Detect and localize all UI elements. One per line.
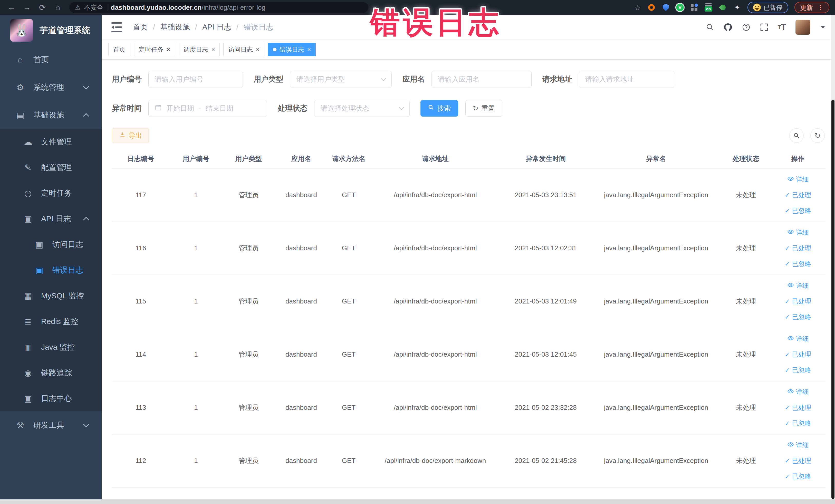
- detail-link[interactable]: 详细: [787, 175, 809, 184]
- tab-访问日志[interactable]: 访问日志×: [223, 43, 264, 56]
- extension-donut-icon[interactable]: [647, 3, 656, 12]
- sidebar-item-redis-monitor[interactable]: ≣Redis 监控: [0, 309, 102, 334]
- ignored-link[interactable]: ✓已忽略: [785, 419, 811, 427]
- refresh-table-button[interactable]: ↻: [810, 128, 825, 143]
- request-url-input[interactable]: [579, 71, 674, 88]
- sidebar-item-access-log[interactable]: ▣访问日志: [0, 231, 102, 257]
- tab-close-icon[interactable]: ×: [307, 46, 311, 53]
- extensions-puzzle-icon[interactable]: ✦: [733, 3, 741, 12]
- page-content: 用户编号 用户类型 请选择用户类型 应用名 请求地址: [102, 60, 835, 499]
- sidebar-collapse-icon[interactable]: [111, 22, 122, 32]
- app-logo: 🐰: [10, 19, 33, 42]
- fullscreen-icon[interactable]: [760, 23, 769, 32]
- toggle-search-button[interactable]: [789, 128, 804, 143]
- detail-link[interactable]: 详细: [787, 335, 809, 343]
- gear-icon: ⚙: [15, 82, 26, 93]
- tab-调度日志[interactable]: 调度日志×: [179, 43, 220, 56]
- sidebar-item-config-management[interactable]: ✎配置管理: [0, 155, 102, 180]
- sidebar-item-api-log[interactable]: ▣API 日志: [0, 206, 102, 231]
- browser-home-icon[interactable]: ⌂: [52, 2, 64, 13]
- update-button[interactable]: 更新⋮: [794, 2, 829, 13]
- ignored-link[interactable]: ✓已忽略: [785, 260, 811, 268]
- cell-exception: java.lang.IllegalArgumentException: [591, 222, 721, 275]
- cell-app: dashboard: [275, 275, 328, 328]
- cell-time: 2021-05-03 12:02:31: [501, 222, 591, 275]
- browser-reload-icon[interactable]: ⟳: [37, 2, 48, 13]
- sidebar-item-error-log[interactable]: ▣错误日志: [0, 257, 102, 283]
- search-button[interactable]: 搜索: [421, 100, 458, 117]
- sidebar-item-mysql-monitor[interactable]: ▦MySQL 监控: [0, 283, 102, 309]
- filter-label: 应用名: [403, 74, 425, 84]
- check-icon: ✓: [785, 473, 790, 480]
- detail-link[interactable]: 详细: [787, 441, 809, 449]
- extension-grid-icon[interactable]: [690, 3, 698, 12]
- process-status-select[interactable]: 请选择处理状态: [314, 100, 410, 117]
- ignored-link[interactable]: ✓已忽略: [785, 313, 811, 321]
- sidebar-item-home[interactable]: ⌂首页: [0, 46, 102, 74]
- app-title: 芋道管理系统: [40, 25, 90, 36]
- processed-link[interactable]: ✓已处理: [785, 244, 811, 253]
- github-icon[interactable]: [724, 23, 733, 32]
- cell-user_id: 1: [170, 434, 222, 487]
- processed-link[interactable]: ✓已处理: [785, 350, 811, 359]
- sidebar-item-dev-tools[interactable]: ⚒研发工具: [0, 411, 102, 439]
- date-range-input[interactable]: 开始日期 - 结束日期: [148, 100, 267, 117]
- breadcrumb-item[interactable]: 基础设施: [160, 22, 190, 32]
- extension-leaf-icon[interactable]: [719, 3, 727, 12]
- browser-back-icon[interactable]: ←: [6, 2, 18, 13]
- app-name-input[interactable]: [431, 71, 532, 88]
- sidebar-item-infrastructure[interactable]: ▤基础设施: [0, 101, 102, 129]
- font-size-icon[interactable]: TT: [778, 22, 786, 32]
- detail-link[interactable]: 详细: [787, 281, 809, 290]
- sidebar-item-java-monitor[interactable]: ▥Java 监控: [0, 334, 102, 360]
- tab-首页[interactable]: 首页: [108, 43, 130, 56]
- processed-link[interactable]: ✓已处理: [785, 297, 811, 305]
- detail-link[interactable]: 详细: [787, 228, 809, 237]
- breadcrumb-item[interactable]: 首页: [133, 22, 148, 32]
- bookmark-star-icon[interactable]: ☆: [634, 3, 641, 12]
- sidebar-item-label: 链路追踪: [41, 368, 72, 378]
- tab-close-icon[interactable]: ×: [256, 46, 260, 53]
- sidebar-item-trace[interactable]: ◉链路追踪: [0, 360, 102, 386]
- detail-link[interactable]: 详细: [787, 388, 809, 396]
- processed-link[interactable]: ✓已处理: [785, 191, 811, 199]
- extension-v-icon[interactable]: V: [676, 4, 684, 11]
- sidebar-item-file-management[interactable]: ☁文件管理: [0, 129, 102, 155]
- extension-shield-icon[interactable]: [662, 3, 670, 12]
- tab-close-icon[interactable]: ×: [211, 46, 215, 53]
- sidebar-submenu: ☁文件管理✎配置管理◷定时任务▣API 日志▣访问日志▣错误日志▦MySQL 监…: [0, 129, 102, 411]
- ignored-link[interactable]: ✓已忽略: [785, 206, 811, 215]
- tab-close-icon[interactable]: ×: [167, 46, 170, 53]
- sidebar-item-scheduled-tasks[interactable]: ◷定时任务: [0, 180, 102, 206]
- breadcrumb-item[interactable]: API 日志: [202, 22, 231, 32]
- export-button[interactable]: 导出: [112, 128, 149, 143]
- scrollbar-thumb[interactable]: [831, 100, 834, 499]
- extension-on-icon[interactable]: on: [704, 3, 713, 12]
- row-actions: 详细✓已处理✓已忽略: [772, 441, 824, 481]
- ignored-link[interactable]: ✓已忽略: [785, 366, 811, 374]
- cell-method: GET: [328, 328, 370, 381]
- tab-定时任务[interactable]: 定时任务×: [134, 43, 175, 56]
- browser-forward-icon[interactable]: →: [21, 2, 33, 13]
- user-id-input[interactable]: [148, 71, 243, 88]
- row-actions: 详细✓已处理✓已忽略: [772, 281, 824, 321]
- ignored-link[interactable]: ✓已忽略: [785, 472, 811, 481]
- paused-badge[interactable]: 已暂停: [748, 2, 788, 13]
- sidebar-item-system-management[interactable]: ⚙系统管理: [0, 74, 102, 101]
- user-avatar[interactable]: [795, 20, 810, 35]
- user-type-select[interactable]: 请选择用户类型: [290, 71, 392, 88]
- tab-错误日志[interactable]: 错误日志×: [268, 43, 316, 56]
- sidebar-item-log-center[interactable]: ▣日志中心: [0, 386, 102, 411]
- address-bar[interactable]: ⚠ 不安全 dashboard.yudao.iocoder.cn/infra/l…: [69, 2, 368, 13]
- cell-user_type: 管理员: [222, 381, 275, 434]
- page-scrollbar[interactable]: [831, 15, 835, 499]
- browser-menu-icon[interactable]: ⋮: [817, 4, 824, 12]
- search-icon[interactable]: [706, 23, 714, 31]
- search-icon: [428, 104, 434, 113]
- app-logo-row[interactable]: 🐰 芋道管理系统: [0, 15, 102, 46]
- processed-link[interactable]: ✓已处理: [785, 403, 811, 412]
- avatar-caret-icon[interactable]: [821, 26, 825, 28]
- reset-button[interactable]: ↻ 重置: [465, 100, 502, 117]
- help-icon[interactable]: [742, 23, 751, 32]
- processed-link[interactable]: ✓已处理: [785, 457, 811, 465]
